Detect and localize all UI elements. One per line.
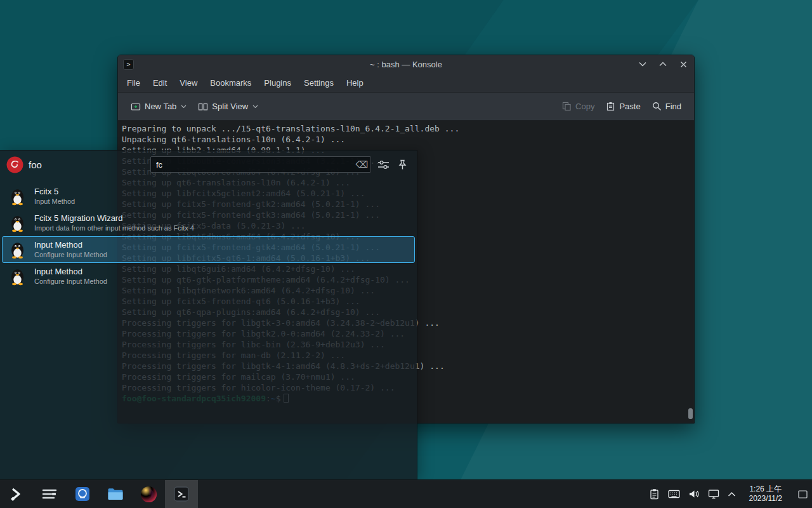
menu-view[interactable]: View (173, 75, 204, 91)
keyboard-tray-button[interactable] (668, 490, 680, 498)
search-result-item[interactable]: Fcitx 5 Migration Wizard Import data fro… (2, 210, 415, 236)
paste-icon (606, 102, 615, 111)
minimize-button[interactable] (637, 58, 648, 70)
configure-button[interactable] (376, 157, 390, 171)
paste-label: Paste (619, 102, 640, 111)
sliders-icon (377, 160, 390, 170)
menu-edit[interactable]: Edit (147, 75, 173, 91)
close-icon (680, 61, 687, 68)
pin-button[interactable] (395, 157, 409, 171)
chevron-down-icon (181, 105, 187, 109)
launcher-search: ⌫ (150, 156, 371, 173)
app-launcher-popup: foo ⌫ (0, 150, 417, 479)
discover-icon (74, 485, 91, 503)
maximize-button[interactable] (657, 58, 669, 70)
scrollbar-thumb[interactable] (688, 408, 693, 419)
clipboard-icon (649, 488, 660, 500)
firefox-icon (140, 485, 158, 504)
taskbar-item-konsole[interactable] (165, 480, 198, 508)
display-tray-button[interactable] (708, 489, 719, 499)
terminal-scrollbar[interactable] (688, 121, 693, 423)
pager-icon (41, 486, 58, 502)
menu-settings[interactable]: Settings (298, 75, 340, 91)
search-result-item[interactable]: Fcitx 5 Input Method (2, 183, 415, 210)
chevron-down-icon (639, 62, 646, 67)
desktop: > ~ : bash — Konsole FileEditViewBookmar… (0, 0, 812, 508)
app-launcher-button[interactable] (0, 480, 33, 508)
result-subtitle: Import data from other input method such… (34, 224, 194, 232)
taskbar-item-files[interactable] (99, 480, 132, 508)
terminal-line: Unpacking qt6-translations-l10n (6.4.2-1… (122, 134, 694, 145)
search-icon (652, 102, 662, 111)
search-input[interactable] (150, 156, 371, 173)
copy-icon (562, 102, 572, 111)
clock[interactable]: 1:26 上午 2023/11/2 (749, 485, 783, 504)
result-subtitle: Input Method (34, 197, 75, 206)
username-label: foo (29, 159, 42, 170)
result-title: Input Method (34, 267, 107, 276)
clear-search-icon[interactable]: ⌫ (355, 159, 368, 170)
close-button[interactable] (678, 58, 689, 70)
split-view-button[interactable]: Split View (193, 97, 263, 116)
tux-icon (8, 267, 27, 286)
system-tray: 1:26 上午 2023/11/2 (649, 480, 812, 508)
taskbar-item-discover[interactable] (66, 480, 99, 508)
clock-time: 1:26 上午 (749, 485, 783, 494)
distro-logo-avatar[interactable] (6, 156, 23, 173)
tux-icon (8, 241, 27, 259)
result-subtitle: Configure Input Method (34, 251, 107, 259)
titlebar[interactable]: > ~ : bash — Konsole (118, 55, 694, 73)
monitor-icon (708, 489, 719, 499)
keyboard-icon (668, 490, 680, 498)
result-subtitle: Configure Input Method (34, 277, 107, 286)
new-tab-icon (131, 102, 141, 112)
result-title: Fcitx 5 Migration Wizard (34, 213, 194, 223)
find-button[interactable]: Find (647, 97, 686, 116)
menu-file[interactable]: File (121, 75, 147, 91)
chevron-up-icon (728, 491, 736, 497)
show-desktop-icon (798, 490, 808, 498)
window-title: ~ : bash — Konsole (118, 60, 694, 69)
show-desktop-button[interactable] (797, 480, 808, 508)
result-title: Input Method (34, 240, 107, 250)
konsole-app-icon: > (123, 59, 134, 70)
speaker-icon (688, 489, 700, 499)
split-view-label: Split View (212, 102, 248, 111)
toolbar: New Tab Split View Copy (118, 93, 694, 121)
menu-plugins[interactable]: Plugins (258, 75, 298, 91)
konsole-icon (173, 485, 190, 503)
tux-icon (8, 214, 27, 232)
menu-bar: FileEditViewBookmarksPluginsSettingsHelp (118, 73, 694, 93)
tux-icon (8, 187, 27, 206)
folder-icon (107, 485, 124, 503)
pin-icon (398, 159, 407, 170)
taskbar: 1:26 上午 2023/11/2 (0, 479, 812, 508)
new-tab-button[interactable]: New Tab (126, 97, 192, 116)
volume-tray-button[interactable] (688, 489, 700, 499)
app-launcher-icon (8, 485, 25, 503)
taskbar-item-pager[interactable] (33, 480, 66, 508)
search-result-item[interactable]: Input Method Configure Input Method (2, 263, 415, 290)
taskbar-item-firefox[interactable] (132, 480, 165, 508)
launcher-header: foo ⌫ (0, 150, 417, 178)
tray-expander-button[interactable] (728, 491, 736, 497)
find-label: Find (665, 102, 681, 111)
search-results-list: Fcitx 5 Input Method Fcitx 5 Migration W… (0, 183, 417, 290)
menu-bookmarks[interactable]: Bookmarks (204, 75, 258, 91)
copy-button[interactable]: Copy (557, 97, 599, 116)
paste-button[interactable]: Paste (601, 97, 645, 116)
result-title: Fcitx 5 (34, 187, 75, 196)
clipboard-tray-button[interactable] (649, 488, 660, 500)
terminal-line: Preparing to unpack .../15-qt6-translati… (122, 123, 694, 134)
copy-label: Copy (575, 102, 594, 111)
clock-date: 2023/11/2 (749, 494, 783, 504)
new-tab-label: New Tab (145, 102, 176, 111)
chevron-down-icon (252, 105, 258, 109)
menu-help[interactable]: Help (340, 75, 370, 91)
search-result-item[interactable]: Input Method Configure Input Method (2, 236, 415, 263)
split-view-icon (198, 102, 208, 112)
chevron-up-icon (659, 62, 667, 67)
